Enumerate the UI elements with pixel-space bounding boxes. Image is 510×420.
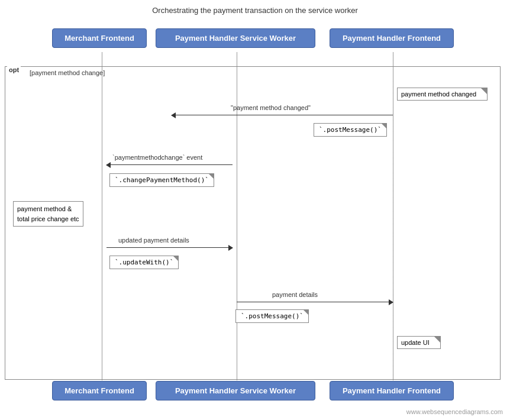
note-update-ui: update UI (397, 336, 441, 349)
arrow-text-payment-method-changed: "payment method changed" (231, 104, 311, 111)
method-update-with: `.updateWith()` (109, 256, 179, 269)
actor-service-worker-top: Payment Handler Service Worker (156, 28, 315, 48)
actor-merchant-top: Merchant Frontend (52, 28, 147, 48)
watermark: www.websequencediagrams.com (406, 408, 503, 415)
actor-merchant-bottom: Merchant Frontend (52, 381, 147, 400)
side-note-line1: payment method & (17, 204, 79, 214)
side-note: payment method & total price change etc (13, 201, 83, 227)
arrow-updated-payment-details: updated payment details (106, 247, 233, 248)
diagram-title: Orchestrating the payment transaction on… (0, 0, 510, 20)
note-payment-method-changed: payment method changed (397, 88, 488, 101)
actor-service-worker-bottom: Payment Handler Service Worker (156, 381, 315, 400)
arrow-payment-details: payment details (237, 302, 393, 302)
diagram-container: Orchestrating the payment transaction on… (0, 0, 510, 420)
arrow-text-payment-details: payment details (272, 291, 318, 298)
actor-handler-frontend-top: Payment Handler Frontend (330, 28, 454, 48)
method-post-message-2: `.postMessage()` (235, 309, 309, 323)
side-note-line2: total price change etc (17, 214, 79, 224)
actor-handler-frontend-bottom: Payment Handler Frontend (330, 381, 454, 400)
arrow-payment-method-changed: "payment method changed" (172, 115, 393, 115)
opt-condition: [payment method change] (30, 69, 105, 76)
opt-label: opt (7, 66, 21, 73)
arrow-text-updated-payment: updated payment details (118, 237, 189, 244)
arrow-text-paymentmethodchange: `paymentmethodchange` event (112, 154, 202, 161)
method-post-message-1: `.postMessage()` (314, 123, 387, 137)
arrow-paymentmethodchange: `paymentmethodchange` event (106, 164, 233, 165)
method-change-payment-method: `.changePaymentMethod()` (109, 173, 214, 187)
